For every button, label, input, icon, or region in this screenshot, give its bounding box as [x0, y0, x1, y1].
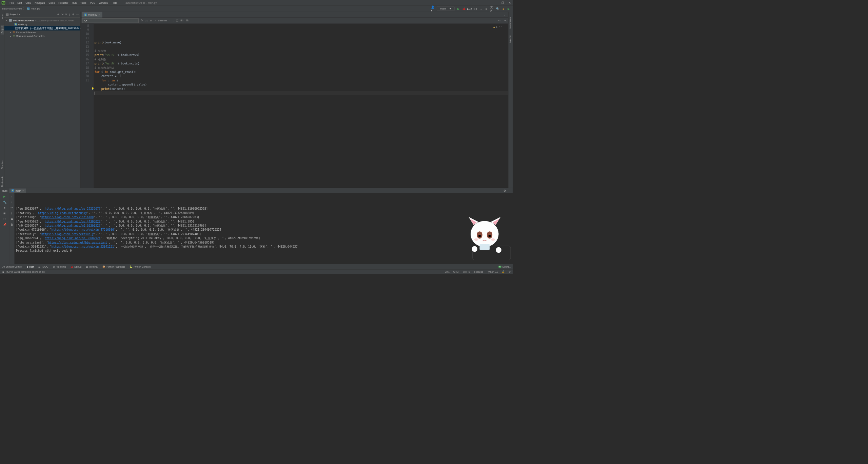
tab-debug[interactable]: 🐞Debug: [70, 265, 81, 268]
tree-scratches[interactable]: ▸ ⊞ Scratches and Consoles: [4, 34, 80, 38]
expand-icon[interactable]: ⇲: [61, 13, 63, 16]
menu-vcs[interactable]: VCS: [88, 1, 97, 5]
execute-icon[interactable]: ▶: [507, 7, 511, 11]
console-output[interactable]: ['qq_29235677', 'https://blog.csdn.net/q…: [15, 193, 513, 264]
stop-button[interactable]: ■: [485, 7, 488, 11]
run-settings-icon[interactable]: ⚙: [504, 189, 506, 192]
tree-file-main[interactable]: 🐍 main.py: [4, 22, 80, 26]
project-panel-title[interactable]: Project: [9, 13, 18, 16]
maximize-icon[interactable]: ❐: [501, 1, 504, 4]
tab-todo[interactable]: ☰TODO: [38, 265, 48, 268]
notifications-tab[interactable]: Notifications: [509, 16, 512, 30]
add-selection-icon[interactable]: ⊞↓: [180, 19, 184, 22]
close-tab-icon[interactable]: ×: [98, 13, 100, 16]
run-button[interactable]: ▶: [457, 7, 460, 11]
remove-selection-icon[interactable]: ⊟↓: [186, 19, 189, 22]
profile-button[interactable]: ⊙▾: [473, 7, 477, 11]
prev-problem-icon[interactable]: ˄: [499, 25, 500, 29]
editor-tab-main[interactable]: 🐍 main.py ×: [82, 12, 102, 18]
file-encoding[interactable]: UTF-8: [463, 270, 470, 273]
tab-version-control[interactable]: ⎇Version Control: [2, 265, 22, 268]
event-log-tab[interactable]: 4 Event...: [498, 265, 511, 268]
menu-view[interactable]: View: [24, 1, 33, 5]
case-icon[interactable]: Cc: [145, 19, 148, 22]
breadcrumb-file[interactable]: main.py: [31, 7, 40, 10]
menu-tools[interactable]: Tools: [79, 1, 88, 5]
tab-problems[interactable]: ⊘Problems: [53, 265, 66, 268]
quick-list-icon[interactable]: ≡↓: [498, 19, 501, 22]
down-trace-icon[interactable]: ↓: [10, 200, 14, 204]
menu-code[interactable]: Code: [47, 1, 57, 5]
clear-icon[interactable]: 🗑: [10, 223, 14, 227]
menu-window[interactable]: Window: [97, 1, 110, 5]
settings-icon[interactable]: ⚙: [72, 13, 74, 16]
line-separator[interactable]: CRLF: [453, 270, 460, 273]
next-problem-icon[interactable]: ˅: [501, 25, 502, 29]
menu-run[interactable]: Run: [70, 1, 78, 5]
tab-python-console[interactable]: 🐍Python Console: [130, 265, 151, 268]
menu-navigate[interactable]: Navigate: [33, 1, 47, 5]
tab-terminal[interactable]: ▣Terminal: [86, 265, 98, 268]
find-input[interactable]: Q▾: [82, 18, 138, 23]
select-all-icon[interactable]: ⬚: [176, 19, 178, 22]
soft-wrap-icon[interactable]: ↩: [10, 206, 14, 210]
editor-options-icon[interactable]: ⋮: [501, 15, 508, 18]
code-editor[interactable]: 89101112131415161718192021 ▲ 1 ˄ ˅ print…: [80, 24, 508, 188]
collapse-icon[interactable]: ⇱: [65, 13, 67, 16]
status-icon[interactable]: ▣: [2, 270, 4, 273]
word-icon[interactable]: W: [150, 19, 152, 22]
scroll-end-icon[interactable]: ⤓: [10, 211, 14, 215]
history-icon[interactable]: ↻: [141, 19, 143, 22]
ide-status-icon[interactable]: ⚙: [509, 270, 511, 273]
locate-icon[interactable]: ⊕: [57, 13, 59, 16]
project-tab[interactable]: Project: [0, 25, 3, 34]
hide-panel-icon[interactable]: —: [76, 13, 79, 16]
close-run-tab-icon[interactable]: ×: [22, 189, 24, 192]
next-match-icon[interactable]: ↓: [173, 19, 174, 22]
print-icon[interactable]: 🖶: [10, 217, 14, 221]
ide-actions-icon[interactable]: ●: [501, 7, 505, 11]
caret-position[interactable]: 20:1: [445, 270, 450, 273]
pin-icon[interactable]: ⬚: [3, 217, 7, 221]
interpreter-info[interactable]: Python 3.9: [487, 270, 498, 273]
dropdown-icon[interactable]: ▾: [19, 13, 20, 16]
indent-info[interactable]: 4 spaces: [474, 270, 483, 273]
tab-python-packages[interactable]: 📦Python Packages: [102, 265, 125, 268]
minimize-icon[interactable]: —: [494, 1, 497, 4]
tree-external-libs[interactable]: ▸ ⊞ External Libraries: [4, 31, 80, 34]
close-icon[interactable]: ✕: [509, 1, 511, 4]
svg-rect-0: [473, 246, 511, 260]
close-find-icon[interactable]: ×: [505, 19, 507, 22]
layout-icon[interactable]: ⊞: [3, 211, 7, 215]
user-icon[interactable]: 👤▾: [431, 7, 435, 11]
translate-icon[interactable]: 文A: [490, 7, 494, 11]
bookmarks-tab[interactable]: Bookmarks: [0, 174, 3, 188]
tree-root[interactable]: ▾ automationOfFile D:\code\Python\automa…: [4, 18, 80, 22]
regex-icon[interactable]: .*: [154, 19, 156, 22]
breadcrumb-project[interactable]: automationOfFile: [2, 7, 22, 10]
inspections-widget[interactable]: ▲ 1 ˄ ˅: [493, 25, 502, 29]
up-trace-icon[interactable]: ↑: [10, 194, 14, 198]
menu-file[interactable]: File: [8, 1, 16, 5]
coverage-button[interactable]: ▶⎇: [468, 7, 472, 11]
tree-file-xlsx[interactable]: 技术新鲜事（一切总会归于平淡）_用户明细_20221204.xlsx: [4, 26, 80, 31]
run-config-selector[interactable]: main▾: [437, 6, 455, 11]
prev-match-icon[interactable]: ↑: [169, 19, 171, 22]
menu-help[interactable]: Help: [110, 1, 119, 5]
tab-run[interactable]: ▶Run: [27, 265, 34, 268]
debug-button[interactable]: 🐞: [462, 7, 466, 11]
menu-edit[interactable]: Edit: [16, 1, 24, 5]
rerun-icon[interactable]: ▶: [3, 194, 7, 198]
run-tool-icon[interactable]: 🔧: [3, 200, 7, 204]
sciview-tab[interactable]: SciView: [509, 34, 512, 44]
hide-run-icon[interactable]: —: [508, 189, 511, 192]
stop-run-icon[interactable]: ■: [3, 206, 7, 210]
dump-icon[interactable]: 📌: [3, 223, 7, 227]
search-everywhere-icon[interactable]: 🔍: [496, 7, 499, 11]
menu-refactor[interactable]: Refactor: [57, 1, 70, 5]
readonly-icon[interactable]: 🔓: [502, 270, 505, 273]
run-tab-main[interactable]: 🐍 main ×: [9, 189, 26, 193]
structure-tab[interactable]: Structure: [0, 159, 3, 170]
attach-button[interactable]: …: [479, 7, 483, 11]
learn-tab[interactable]: Learn: [0, 13, 3, 21]
